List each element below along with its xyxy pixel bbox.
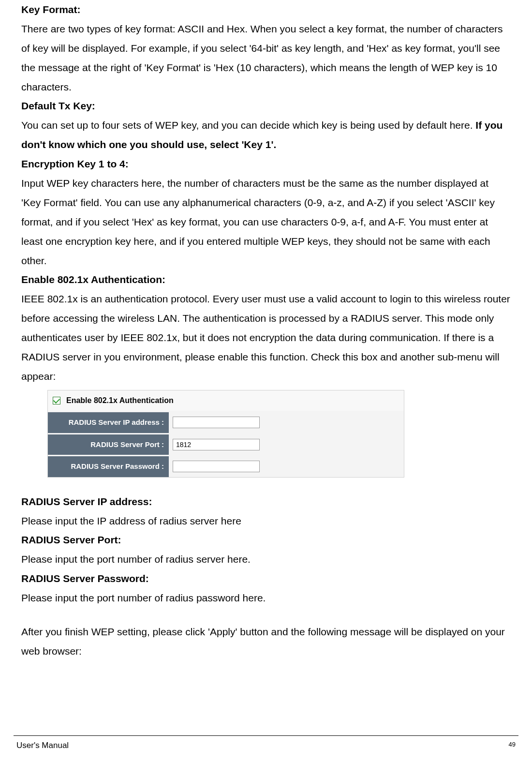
text-radius-port: Please input the port number of radius s… xyxy=(21,550,511,569)
form-row-password: RADIUS Server Password : xyxy=(48,456,404,477)
label-radius-port: RADIUS Server Port : xyxy=(48,434,169,455)
radius-ip-input[interactable] xyxy=(173,417,260,428)
value-cell-port xyxy=(169,434,404,455)
footer-divider xyxy=(14,735,518,736)
heading-default-tx-key: Default Tx Key: xyxy=(21,96,511,116)
form-row-port: RADIUS Server Port : xyxy=(48,434,404,455)
value-cell-ip xyxy=(169,412,404,433)
text-key-format: There are two types of key format: ASCII… xyxy=(21,19,511,97)
text-closing: After you finish WEP setting, please cli… xyxy=(21,622,511,661)
heading-key-format: Key Format: xyxy=(21,0,511,19)
panel-header: Enable 802.1x Authentication xyxy=(48,390,404,411)
radius-config-panel: Enable 802.1x Authentication RADIUS Serv… xyxy=(47,390,404,478)
text-encryption-key: Input WEP key characters here, the numbe… xyxy=(21,174,511,270)
text-enable-8021x: IEEE 802.1x is an authentication protoco… xyxy=(21,289,511,386)
text-radius-ip: Please input the IP address of radius se… xyxy=(21,511,511,531)
page-footer: User's Manual 49 xyxy=(16,741,516,750)
form-row-ip: RADIUS Server IP address : xyxy=(48,412,404,433)
heading-radius-port: RADIUS Server Port: xyxy=(21,530,511,550)
label-radius-password: RADIUS Server Password : xyxy=(48,456,169,477)
radius-port-input[interactable] xyxy=(173,439,260,450)
text-default-tx-before: You can set up to four sets of WEP key, … xyxy=(21,120,475,131)
text-default-tx-key: You can set up to four sets of WEP key, … xyxy=(21,116,511,154)
radius-password-input[interactable] xyxy=(173,461,260,472)
heading-radius-ip: RADIUS Server IP address: xyxy=(21,492,511,511)
text-radius-password: Please input the port number of radius p… xyxy=(21,588,511,608)
checkbox-icon[interactable] xyxy=(53,397,60,404)
document-content: Key Format: There are two types of key f… xyxy=(0,0,532,661)
footer-title: User's Manual xyxy=(16,741,69,750)
footer-page-number: 49 xyxy=(509,741,516,750)
label-radius-ip: RADIUS Server IP address : xyxy=(48,412,169,433)
heading-enable-8021x: Enable 802.1x Authentication: xyxy=(21,270,511,289)
value-cell-password xyxy=(169,456,404,477)
heading-radius-password: RADIUS Server Password: xyxy=(21,569,511,588)
heading-encryption-key: Encryption Key 1 to 4: xyxy=(21,154,511,174)
checkbox-label: Enable 802.1x Authentication xyxy=(66,393,174,408)
